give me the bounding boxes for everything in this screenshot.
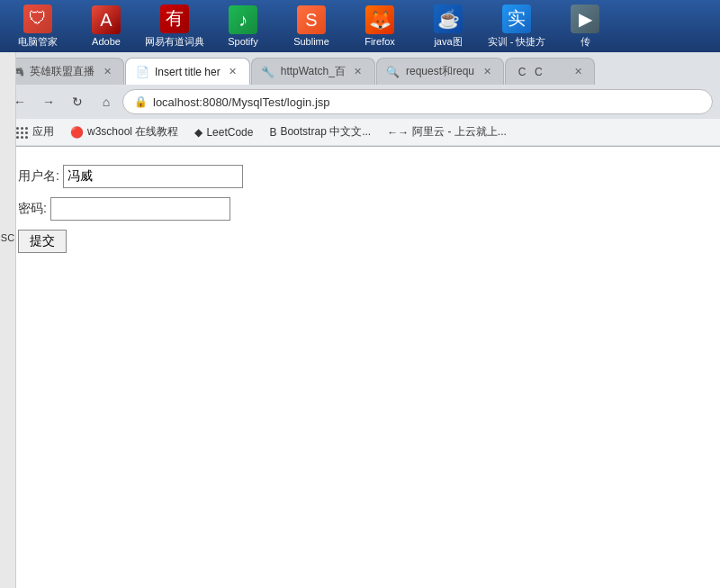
password-row: 密码: [18, 197, 702, 221]
submit-row: 提交 [18, 230, 702, 253]
bookmark-label-bootstrap: Bootstrap 中文文... [280, 124, 371, 140]
tabs-bar: 🎮 英雄联盟直播 ✕ 📄 Insert title her ✕ 🔧 httpWa… [0, 52, 720, 85]
bookmark-label-apps: 应用 [32, 124, 54, 140]
tab-label-tab5: C [535, 66, 565, 78]
icon-label-firefox: Firefox [364, 36, 395, 47]
address-bar[interactable]: 🔒 localhost:8080/MysqlTest/login.jsp [122, 89, 713, 114]
bookmark-bootstrap[interactable]: B Bootstrap 中文文... [262, 122, 378, 141]
tab-label-tab1: 英雄联盟直播 [30, 64, 94, 79]
desktop-icon-pcmgr[interactable]: 🛡 电脑管家 [5, 3, 70, 50]
icon-image-firefox: 🦊 [365, 5, 394, 34]
tab-close-tab1[interactable]: ✕ [100, 65, 114, 79]
desktop-icon-wyy[interactable]: 有 网易有道词典 [142, 3, 207, 50]
bookmark-leetcode[interactable]: ◆ LeetCode [187, 124, 260, 140]
icon-image-java: ☕ [434, 5, 463, 33]
browser-window: 🎮 英雄联盟直播 ✕ 📄 Insert title her ✕ 🔧 httpWa… [0, 52, 720, 588]
icon-label-pcmgr: 电脑管家 [18, 35, 58, 49]
icon-label-shixun: 实训 - 快捷方 [488, 35, 546, 49]
icon-label-spotify: Spotify [228, 36, 258, 47]
desktop-icon-adobe[interactable]: A Adobe [74, 4, 139, 49]
reload-button[interactable]: ↻ [65, 89, 90, 114]
password-input[interactable] [50, 197, 230, 221]
lock-icon: 🔒 [134, 95, 148, 108]
bookmark-w3school[interactable]: 🔴 w3school 在线教程 [63, 122, 185, 141]
icon-image-adobe: A [92, 5, 121, 34]
tab-tab4[interactable]: 🔍 request和requ ✕ [376, 58, 504, 85]
tab-label-tab4: request和requ [406, 64, 474, 79]
desktop-icon-firefox[interactable]: 🦊 Firefox [347, 4, 412, 49]
tab-close-tab5[interactable]: ✕ [571, 65, 585, 79]
icon-label-wyy: 网易有道词典 [145, 35, 204, 49]
submit-button[interactable]: 提交 [18, 230, 67, 253]
forward-button[interactable]: → [36, 89, 61, 114]
tab-icon-tab3: 🔧 [261, 65, 275, 79]
side-panel: SC [0, 52, 16, 588]
bookmarks-bar: 应用 🔴 w3school 在线教程 ◆ LeetCode B Bootstra… [0, 119, 720, 146]
browser-chrome: 🎮 英雄联盟直播 ✕ 📄 Insert title her ✕ 🔧 httpWa… [0, 52, 720, 147]
bookmark-label-aliyun: 阿里云 - 上云就上... [412, 124, 507, 140]
apps-grid-icon [14, 125, 29, 140]
tab-tab3[interactable]: 🔧 httpWatch_百 ✕ [251, 58, 375, 85]
desktop-icon-shixun[interactable]: 实 实训 - 快捷方 [484, 3, 549, 50]
address-bar-row: ← → ↻ ⌂ 🔒 localhost:8080/MysqlTest/login… [0, 85, 720, 119]
icon-image-extra: ▶ [571, 5, 599, 33]
bookmark-icon-w3school: 🔴 [70, 126, 84, 139]
icon-label-sublime: Sublime [293, 36, 329, 47]
desktop-icon-spotify[interactable]: ♪ Spotify [211, 4, 275, 49]
tab-tab2[interactable]: 📄 Insert title her ✕ [125, 58, 250, 85]
desktop-icon-extra[interactable]: ▶ 传 [553, 3, 617, 50]
tab-label-tab3: httpWatch_百 [281, 64, 346, 79]
desktop-taskbar: 🛡 电脑管家 A Adobe 有 网易有道词典 ♪ Spotify S Subl… [0, 0, 720, 52]
icon-image-wyy: 有 [160, 5, 189, 33]
side-text: SC [1, 232, 14, 243]
username-label: 用户名: [18, 168, 59, 185]
tab-label-tab2: Insert title her [155, 66, 220, 78]
icon-label-extra: 传 [580, 35, 590, 49]
desktop-icon-sublime[interactable]: S Sublime [279, 4, 344, 49]
tab-close-tab4[interactable]: ✕ [480, 65, 494, 79]
icon-image-sublime: S [297, 5, 326, 34]
icon-label-adobe: Adobe [92, 36, 121, 47]
tab-close-tab2[interactable]: ✕ [226, 65, 240, 79]
tab-icon-tab2: 📄 [135, 65, 149, 79]
bookmark-label-w3school: w3school 在线教程 [87, 124, 178, 140]
tab-icon-tab5: C [515, 65, 529, 79]
tab-close-tab3[interactable]: ✕ [351, 65, 365, 79]
address-text: localhost:8080/MysqlTest/login.jsp [153, 95, 330, 109]
tab-tab5[interactable]: C C ✕ [505, 58, 595, 85]
icon-image-pcmgr: 🛡 [23, 5, 52, 33]
bookmark-aliyun[interactable]: ←→ 阿里云 - 上云就上... [380, 122, 514, 141]
icon-image-shixun: 实 [502, 5, 531, 33]
home-button[interactable]: ⌂ [94, 89, 119, 114]
username-row: 用户名: [18, 165, 702, 188]
tab-tab1[interactable]: 🎮 英雄联盟直播 ✕ [0, 58, 124, 85]
icon-image-spotify: ♪ [229, 5, 257, 34]
bookmark-icon-leetcode: ◆ [194, 126, 202, 139]
desktop-icon-java[interactable]: ☕ java图 [416, 3, 481, 50]
username-input[interactable] [63, 165, 243, 188]
bookmark-icon-aliyun: ←→ [387, 126, 409, 139]
icon-label-java: java图 [434, 35, 462, 49]
bookmark-label-leetcode: LeetCode [206, 126, 253, 139]
bookmark-icon-bootstrap: B [269, 126, 276, 139]
tab-icon-tab4: 🔍 [386, 65, 400, 79]
page-content: 用户名: 密码: 提交 [0, 147, 720, 588]
password-label: 密码: [18, 201, 47, 217]
